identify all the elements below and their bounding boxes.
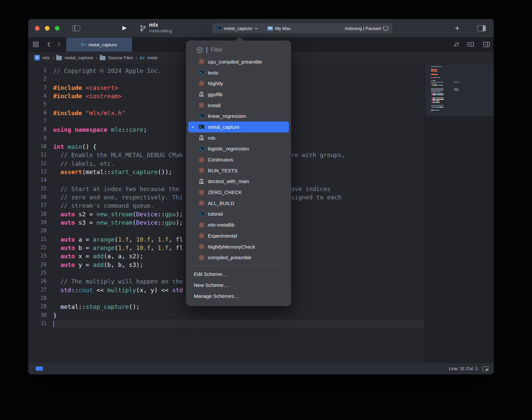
line-numbers: 1234567891011121314151617181920212223242… — [28, 67, 47, 328]
target-icon — [199, 81, 204, 86]
editor-status-bar: Line: 31 Col: 1 — [28, 362, 494, 374]
target-icon — [199, 103, 204, 108]
target-icon — [199, 190, 204, 195]
scheme-item-logistic-regression[interactable]: logistic_regression — [188, 143, 289, 154]
project-app-icon: A — [34, 55, 40, 61]
scheme-selector[interactable]: metal_capture — [224, 26, 252, 31]
scheme-item-continuous[interactable]: Continuous — [188, 154, 289, 165]
editor-panes-icon[interactable] — [477, 25, 486, 31]
scheme-terminal-icon — [215, 26, 221, 31]
target-icon — [199, 222, 204, 228]
new-scheme-menu-item[interactable]: New Scheme… — [187, 280, 291, 291]
target-icon — [199, 255, 204, 260]
checkmark-icon — [191, 124, 199, 129]
breadcrumb-project[interactable]: mlx — [43, 55, 50, 60]
tab-metal-capture[interactable]: C+ metal_capture — [66, 38, 132, 52]
cursor-position: Line: 31 Col: 1 — [449, 366, 478, 371]
breadcrumb-group[interactable]: metal_capture — [65, 55, 93, 60]
terminal-icon — [199, 124, 204, 129]
library-icon — [199, 92, 204, 97]
scheme-item-run-tests[interactable]: RUN_TESTS — [188, 165, 289, 176]
target-icon — [199, 168, 204, 173]
library-icon — [199, 135, 204, 140]
minimize-window-button[interactable] — [45, 26, 50, 31]
scheme-item-mlx-metallib[interactable]: mlx-metallib — [188, 219, 289, 230]
related-items-grid-icon[interactable] — [33, 42, 39, 47]
terminal-icon — [199, 146, 204, 151]
editor-corner-icon[interactable] — [482, 366, 488, 371]
target-icon — [199, 59, 204, 64]
terminal-icon — [199, 212, 204, 216]
breadcrumb-separator: › — [52, 55, 54, 60]
xcode-window: ▶ mlx metal-debug metal_capture — [28, 19, 494, 374]
scheme-item-tests[interactable]: tests — [188, 67, 289, 78]
scheme-item-linear-regression[interactable]: linear_regression — [188, 110, 289, 121]
scheme-item-compiled-preamble[interactable]: compiled_preamble — [188, 252, 289, 263]
scheme-item-experimental[interactable]: Experimental — [188, 230, 289, 241]
breadcrumb-source-files[interactable]: Source Files — [108, 55, 133, 60]
destination-selector[interactable]: My Mac — [275, 26, 291, 31]
cpp-file-icon: C+ — [140, 56, 145, 60]
popover-arrow — [235, 37, 244, 41]
add-tab-button[interactable]: + — [455, 24, 460, 33]
add-editor-icon[interactable] — [483, 42, 490, 47]
menu-separator — [191, 266, 286, 266]
breadcrumb-file[interactable]: meta — [148, 55, 158, 60]
manage-schemes-menu-item[interactable]: Manage Schemes… — [187, 291, 291, 302]
scheme-destination-bar: metal_capture My Mac Indexing | Paused — [212, 23, 392, 33]
terminal-icon — [199, 114, 204, 118]
scheme-item-cpu-compiled-preamble[interactable]: cpu_compiled_preamble — [188, 56, 289, 67]
git-branch-icon — [140, 25, 146, 32]
text-caret — [206, 47, 207, 53]
chevron-down-icon[interactable] — [255, 27, 258, 30]
target-icon — [199, 244, 204, 249]
scheme-item-all-build[interactable]: ALL_BUILD — [188, 198, 289, 209]
library-icon — [199, 179, 204, 184]
code-line — [53, 319, 425, 328]
scheme-item-doctest-with-main[interactable]: doctest_with_main — [188, 176, 289, 187]
activity-status: Indexing | Paused — [345, 26, 381, 31]
swap-editors-icon[interactable] — [453, 42, 460, 47]
scheme-popover: cpu_compiled_preamble tests Nightly gguf… — [186, 41, 291, 306]
scheme-item-metal-capture[interactable]: metal_capture — [188, 121, 289, 132]
folder-icon — [100, 56, 105, 60]
target-icon — [199, 157, 204, 162]
cpp-file-icon: C+ — [81, 43, 86, 47]
terminal-icon — [199, 70, 204, 75]
editor-options-icon[interactable] — [466, 42, 474, 47]
scheme-filter-input[interactable] — [211, 47, 277, 53]
breakpoint-indicator[interactable] — [36, 366, 43, 371]
desktop: ▶ mlx metal-debug metal_capture — [0, 0, 532, 420]
go-forward-icon[interactable] — [57, 42, 61, 47]
minimap[interactable] — [425, 64, 494, 362]
scheme-item-gguflib[interactable]: gguflib — [188, 89, 289, 100]
scheme-item-mlx[interactable]: mlx — [188, 132, 289, 143]
edit-scheme-menu-item[interactable]: Edit Scheme… — [187, 269, 291, 280]
folder-icon — [56, 56, 62, 60]
progress-spinner-icon — [383, 26, 388, 31]
go-back-icon[interactable] — [47, 42, 51, 47]
scheme-item-zero-check[interactable]: ZERO_CHECK — [188, 187, 289, 198]
target-icon — [199, 200, 204, 206]
scheme-item-nightly-memory-check[interactable]: NightlyMemoryCheck — [188, 241, 289, 252]
titlebar: ▶ mlx metal-debug metal_capture — [28, 19, 494, 38]
minimap-empty-area — [425, 116, 494, 362]
zoom-window-button[interactable] — [55, 26, 60, 31]
window-project-title: mlx — [149, 22, 172, 28]
scheme-item-tutorial[interactable]: tutorial — [188, 209, 289, 220]
my-mac-icon — [267, 26, 273, 31]
close-window-button[interactable] — [35, 26, 40, 31]
sidebar-toggle-icon[interactable] — [72, 25, 80, 31]
minimap-lines — [425, 64, 494, 116]
scheme-item-nightly[interactable]: Nightly — [188, 78, 289, 89]
run-button[interactable]: ▶ — [122, 24, 127, 31]
scheme-filter-row — [187, 44, 291, 56]
filter-icon — [197, 47, 203, 53]
target-icon — [199, 233, 204, 238]
scheme-item-install[interactable]: install — [188, 100, 289, 111]
window-branch-subtitle: metal-debug — [149, 28, 172, 34]
code-line: } — [53, 311, 425, 319]
text-insertion-caret — [53, 321, 54, 327]
